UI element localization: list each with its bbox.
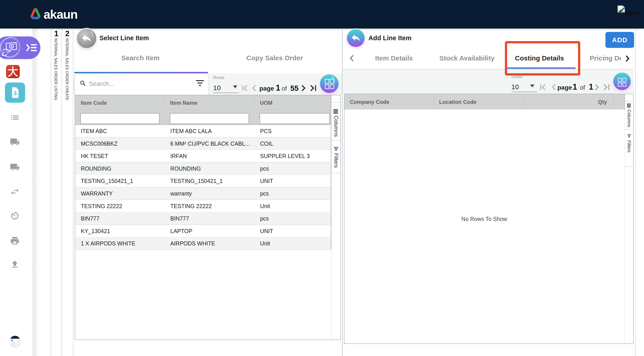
svg-text:$: $ [10,44,13,49]
svg-text:$: $ [14,90,16,96]
